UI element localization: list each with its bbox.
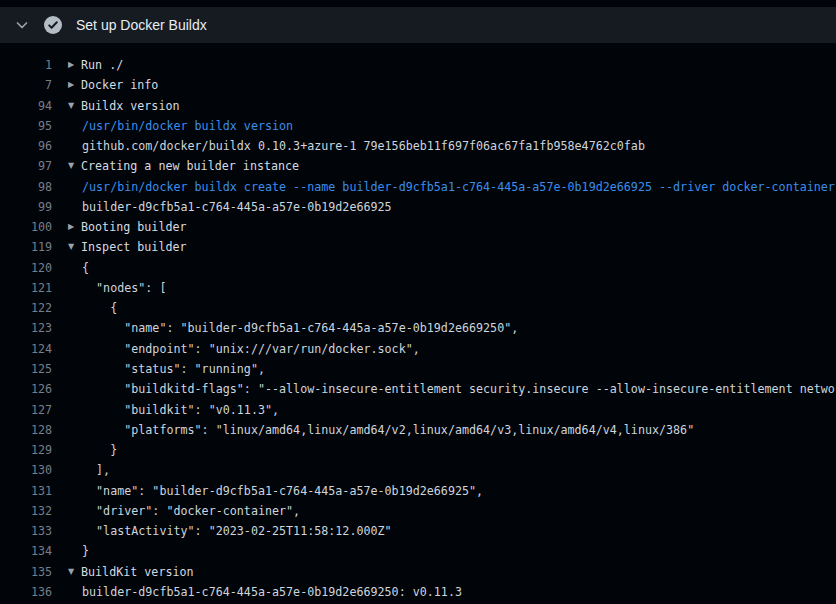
line-number-link[interactable]: 126 xyxy=(0,379,52,399)
line-number-link[interactable]: 128 xyxy=(0,420,52,440)
log-line: 129 } xyxy=(0,440,836,460)
log-line-content: "buildkit": "v0.11.3", xyxy=(68,400,279,420)
line-number-link[interactable]: 130 xyxy=(0,460,52,480)
log-line: 130 ], xyxy=(0,460,836,480)
log-line-content: "status": "running", xyxy=(68,359,265,379)
triangle-icon: ▶ xyxy=(68,75,81,95)
log-line[interactable]: 1 ▶ Run ./ xyxy=(0,55,836,75)
log-line: 99 builder-d9cfb5a1-c764-445a-a57e-0b19d… xyxy=(0,197,836,217)
log-line: 122 { xyxy=(0,298,836,318)
log-line-content: "name": "builder-d9cfb5a1-c764-445a-a57e… xyxy=(68,318,518,338)
log-text: } xyxy=(68,440,117,460)
line-number-link[interactable]: 129 xyxy=(0,440,52,460)
log-line-content: ▼ Inspect builder xyxy=(68,237,187,257)
log-text: "lastActivity": "2023-02-25T11:58:12.000… xyxy=(68,521,392,541)
line-number-link[interactable]: 7 xyxy=(0,75,52,95)
line-number-link[interactable]: 121 xyxy=(0,278,52,298)
log-line: 123 "name": "builder-d9cfb5a1-c764-445a-… xyxy=(0,318,836,338)
line-number-link[interactable]: 131 xyxy=(0,481,52,501)
log-text: /usr/bin/docker buildx create --name bui… xyxy=(68,177,836,197)
log-line: 127 "buildkit": "v0.11.3", xyxy=(0,400,836,420)
log-text: "platforms": "linux/amd64,linux/amd64/v2… xyxy=(68,420,694,440)
log-group-toggle[interactable]: Run ./ xyxy=(81,55,123,75)
line-number-link[interactable]: 123 xyxy=(0,318,52,338)
log-group-toggle[interactable]: Docker info xyxy=(81,75,158,95)
log-line-content: ▶ Run ./ xyxy=(68,55,123,75)
line-number-link[interactable]: 94 xyxy=(0,96,52,116)
triangle-icon: ▶ xyxy=(68,55,81,75)
log-text: /usr/bin/docker buildx version xyxy=(68,116,293,136)
log-group-toggle[interactable]: BuildKit version xyxy=(81,562,194,582)
log-line-content: { xyxy=(68,258,89,278)
log-line-content: github.com/docker/buildx 0.10.3+azure-1 … xyxy=(68,136,645,156)
log-line: 131 "name": "builder-d9cfb5a1-c764-445a-… xyxy=(0,481,836,501)
triangle-icon: ▼ xyxy=(68,156,81,176)
log-line-content: "endpoint": "unix:///var/run/docker.sock… xyxy=(68,339,420,359)
line-number-link[interactable]: 120 xyxy=(0,258,52,278)
log-line: 124 "endpoint": "unix:///var/run/docker.… xyxy=(0,339,836,359)
log-line[interactable]: 119 ▼ Inspect builder xyxy=(0,237,836,257)
log-line: 95 /usr/bin/docker buildx version xyxy=(0,116,836,136)
log-text: { xyxy=(68,258,89,278)
line-number-link[interactable]: 127 xyxy=(0,400,52,420)
line-number-link[interactable]: 98 xyxy=(0,177,52,197)
log-text: "buildkitd-flags": "--allow-insecure-ent… xyxy=(68,379,836,399)
log-line: 132 "driver": "docker-container", xyxy=(0,501,836,521)
log-line-content: "lastActivity": "2023-02-25T11:58:12.000… xyxy=(68,521,392,541)
check-circle-icon xyxy=(44,16,62,34)
log-line: 133 "lastActivity": "2023-02-25T11:58:12… xyxy=(0,521,836,541)
line-number-link[interactable]: 125 xyxy=(0,359,52,379)
log-area: 1 ▶ Run ./ 7 ▶ Docker info 94 ▼ Buildx v… xyxy=(0,43,836,604)
log-text: builder-d9cfb5a1-c764-445a-a57e-0b19d2e6… xyxy=(68,582,462,602)
triangle-icon: ▼ xyxy=(68,562,81,582)
line-number-link[interactable]: 122 xyxy=(0,298,52,318)
log-line-content: } xyxy=(68,440,117,460)
log-line[interactable]: 94 ▼ Buildx version xyxy=(0,96,836,116)
line-number-link[interactable]: 100 xyxy=(0,217,52,237)
log-text: "endpoint": "unix:///var/run/docker.sock… xyxy=(68,339,420,359)
triangle-icon: ▼ xyxy=(68,237,81,257)
log-line-content: "driver": "docker-container", xyxy=(68,501,300,521)
log-line: 125 "status": "running", xyxy=(0,359,836,379)
log-text: "driver": "docker-container", xyxy=(68,501,300,521)
line-number-link[interactable]: 96 xyxy=(0,136,52,156)
line-number-link[interactable]: 134 xyxy=(0,541,52,561)
log-line: 134 } xyxy=(0,541,836,561)
line-number-link[interactable]: 119 xyxy=(0,237,52,257)
line-number-link[interactable]: 1 xyxy=(0,55,52,75)
log-line: 136 builder-d9cfb5a1-c764-445a-a57e-0b19… xyxy=(0,582,836,602)
log-line[interactable]: 7 ▶ Docker info xyxy=(0,75,836,95)
log-text: } xyxy=(68,541,89,561)
log-text: "name": "builder-d9cfb5a1-c764-445a-a57e… xyxy=(68,318,518,338)
line-number-link[interactable]: 136 xyxy=(0,582,52,602)
log-line-content: "name": "builder-d9cfb5a1-c764-445a-a57e… xyxy=(68,481,483,501)
line-number-link[interactable]: 133 xyxy=(0,521,52,541)
log-line: 96 github.com/docker/buildx 0.10.3+azure… xyxy=(0,136,836,156)
line-number-link[interactable]: 135 xyxy=(0,562,52,582)
log-group-toggle[interactable]: Inspect builder xyxy=(81,237,187,257)
log-text: ], xyxy=(68,460,110,480)
log-text: "status": "running", xyxy=(68,359,265,379)
log-group-toggle[interactable]: Booting builder xyxy=(81,217,187,237)
log-group-toggle[interactable]: Creating a new builder instance xyxy=(81,156,299,176)
line-number-link[interactable]: 124 xyxy=(0,339,52,359)
log-line-content: } xyxy=(68,541,89,561)
line-number-link[interactable]: 99 xyxy=(0,197,52,217)
log-line[interactable]: 100 ▶ Booting builder xyxy=(0,217,836,237)
line-number-link[interactable]: 97 xyxy=(0,156,52,176)
log-line[interactable]: 135 ▼ BuildKit version xyxy=(0,562,836,582)
log-group-toggle[interactable]: Buildx version xyxy=(81,96,180,116)
log-line-content: "buildkitd-flags": "--allow-insecure-ent… xyxy=(68,379,836,399)
log-line: 98 /usr/bin/docker buildx create --name … xyxy=(0,177,836,197)
triangle-icon: ▶ xyxy=(68,217,81,237)
log-line-content: ▼ BuildKit version xyxy=(68,562,194,582)
chevron-down-icon xyxy=(14,17,30,33)
log-line: 120 { xyxy=(0,258,836,278)
step-header[interactable]: Set up Docker Buildx xyxy=(0,7,836,43)
line-number-link[interactable]: 95 xyxy=(0,116,52,136)
line-number-link[interactable]: 132 xyxy=(0,501,52,521)
log-line[interactable]: 97 ▼ Creating a new builder instance xyxy=(0,156,836,176)
log-line-content: ▶ Docker info xyxy=(68,75,158,95)
log-line: 126 "buildkitd-flags": "--allow-insecure… xyxy=(0,379,836,399)
log-line-content: ▼ Buildx version xyxy=(68,96,180,116)
